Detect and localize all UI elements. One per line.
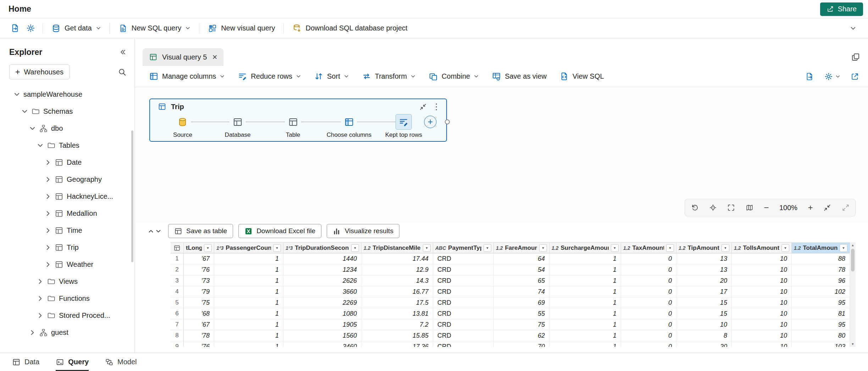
tree-item-time[interactable]: Time [0,222,134,239]
filter-button[interactable]: ▼ [840,244,847,252]
scrollbar-thumb[interactable] [851,249,855,271]
expand-results-button[interactable] [148,228,154,234]
tree-item-trip[interactable]: Trip [0,239,134,256]
scroll-down-button[interactable]: ▼ [850,341,856,347]
open-in-new-button[interactable] [850,72,859,81]
explorer-scrollbar[interactable] [131,130,133,262]
tree-item-samplewarehouse[interactable]: sampleWarehouse [0,86,134,103]
step-table[interactable]: Table [285,114,301,139]
chevron-collapsed-icon[interactable] [37,312,44,319]
collapse-ribbon-button[interactable] [845,21,861,36]
tree-item-dbo[interactable]: dbo [0,120,134,137]
diagram-canvas[interactable]: Trip ⋮ Source [135,87,868,223]
chevron-expanded-icon[interactable] [21,108,28,115]
query-settings-button[interactable] [824,72,840,81]
add-warehouses-button[interactable]: + Warehouses [9,64,70,79]
combine-button[interactable]: Combine [429,72,479,81]
filter-button[interactable]: ▼ [204,244,212,252]
filter-button[interactable]: ▼ [539,244,547,252]
tab-visual-query-5[interactable]: Visual query 5 × [143,48,223,66]
tree-item-schemas[interactable]: Schemas [0,103,134,120]
column-header-paymenttype[interactable]: ABC PaymentType ▼ [433,243,494,253]
grid-corner-cell[interactable] [171,243,184,253]
download-sql-project-button[interactable]: Download SQL database project [288,21,411,36]
tree-item-views[interactable]: Views [0,273,134,290]
tree-item-medallion[interactable]: Medallion [0,205,134,222]
minimap-button[interactable] [746,204,753,212]
filter-button[interactable]: ▼ [666,244,674,252]
node-menu-button[interactable]: ⋮ [432,103,441,111]
expand-all-button[interactable] [842,204,850,212]
column-header-tripdistancemiles[interactable]: 1.2 TripDistanceMiles ▼ [361,243,433,253]
new-visual-query-button[interactable]: New visual query [204,21,279,36]
collapse-node-button[interactable] [419,103,427,111]
column-header-totalamount[interactable]: 1.2 TotalAmount ▼ [792,243,850,253]
manage-columns-button[interactable]: Manage columns [149,72,225,81]
chevron-expanded-icon[interactable] [37,142,44,149]
tree-item-stored-procedures[interactable]: Stored Proced... [0,307,134,324]
chevron-collapsed-icon[interactable] [45,227,51,234]
fit-to-screen-button[interactable] [727,204,735,212]
zoom-out-button[interactable]: − [764,203,769,212]
share-button[interactable]: Share [820,2,863,16]
tree-item-geography[interactable]: Geography [0,171,134,188]
scroll-up-button[interactable]: ▲ [850,242,856,248]
filter-button[interactable]: ▼ [781,244,789,252]
chevron-collapsed-icon[interactable] [37,278,44,285]
tree-item-date[interactable]: Date [0,154,134,171]
chevron-collapsed-icon[interactable] [45,261,51,268]
collapse-results-button[interactable] [155,228,161,234]
chevron-collapsed-icon[interactable] [45,176,51,183]
column-header-fareamount[interactable]: 1.2 FareAmount ▼ [494,243,549,253]
visualize-results-button[interactable]: Visualize results [327,224,399,238]
tree-item-functions[interactable]: Functions [0,290,134,307]
filter-button[interactable]: ▼ [611,244,619,252]
collapse-all-button[interactable] [823,204,831,212]
filter-button[interactable]: ▼ [351,244,359,252]
view-tab-model[interactable]: Model [105,353,137,371]
step-choose-columns[interactable]: Choose columns [327,114,372,139]
tree-item-tables[interactable]: Tables [0,137,134,154]
node-output-port[interactable] [445,119,450,124]
center-view-button[interactable] [709,204,717,212]
column-header-tipamount[interactable]: 1.2 TipAmount ▼ [676,243,732,253]
view-tab-query[interactable]: Query [56,353,89,371]
add-step-button[interactable]: + [424,116,437,128]
column-header-tollsamount[interactable]: 1.2 TollsAmount ▼ [732,243,792,253]
view-tab-data[interactable]: Data [12,353,39,371]
step-database[interactable]: Database [225,114,251,139]
view-sql-button[interactable]: View SQL [559,72,604,81]
column-header-surchargeamount[interactable]: 1.2 SurchargeAmount ▼ [549,243,621,253]
tree-item-weather[interactable]: Weather [0,256,134,273]
filter-button[interactable]: ▼ [273,244,281,252]
new-item-button[interactable] [7,21,23,36]
chevron-collapsed-icon[interactable] [45,193,51,200]
step-source[interactable]: Source [173,114,192,139]
column-header-tlong[interactable]: tLong ▼ [184,243,214,253]
new-sql-query-button[interactable]: New SQL query [114,21,195,36]
step-kept-top-rows[interactable]: Kept top rows [385,114,422,139]
column-header-tripdurationseconds[interactable]: 1²3 TripDurationSeconds ▼ [283,243,361,253]
close-tab-button[interactable]: × [211,53,218,61]
export-template-button[interactable] [805,72,814,81]
chevron-expanded-icon[interactable] [29,125,36,132]
menu-home[interactable]: Home [9,4,31,14]
undo-button[interactable] [691,204,698,212]
chevron-collapsed-icon[interactable] [37,295,44,302]
zoom-in-button[interactable]: + [808,203,813,212]
column-header-taxamount[interactable]: 1.2 TaxAmount ▼ [621,243,676,253]
tree-item-hackneylicense[interactable]: HackneyLice... [0,188,134,205]
filter-button[interactable]: ▼ [722,244,729,252]
reduce-rows-button[interactable]: Reduce rows [238,72,301,81]
transform-button[interactable]: Transform [362,72,416,81]
chevron-collapsed-icon[interactable] [45,159,51,166]
save-as-view-button[interactable]: Save as view [492,72,547,81]
filter-button[interactable]: ▼ [423,244,431,252]
collapse-explorer-button[interactable] [119,48,127,56]
chevron-collapsed-icon[interactable] [29,329,36,336]
grid-vertical-scrollbar[interactable]: ▲ ▼ [850,242,856,347]
chevron-expanded-icon[interactable] [13,91,20,98]
filter-button[interactable]: ▼ [483,244,491,252]
search-button[interactable] [118,68,127,77]
settings-button[interactable] [23,21,38,36]
